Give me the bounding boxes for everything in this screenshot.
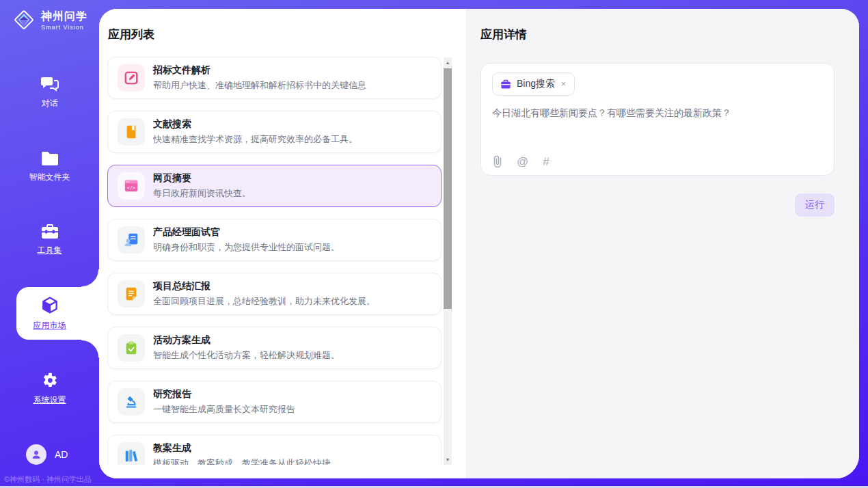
- logo-title: 神州问学: [41, 10, 87, 24]
- app-list-scrollbar[interactable]: ▲ ▼: [444, 57, 452, 465]
- copyright-text: ©神州数码 · 神州问学出品: [4, 474, 92, 485]
- folder-icon: [40, 150, 59, 167]
- sidebar-item-label: 系统设置: [33, 394, 66, 406]
- app-card-title: 教案生成: [153, 442, 331, 455]
- scroll-down-button[interactable]: ▼: [444, 455, 452, 465]
- app-card-description: 每日政府新闻资讯快查。: [153, 187, 251, 200]
- app-card-title: 文献搜索: [153, 118, 357, 131]
- cube-icon: [40, 296, 59, 315]
- sidebar-item-label: 智能文件夹: [29, 172, 70, 183]
- user-account[interactable]: AD: [26, 444, 68, 465]
- app-card-description: 模板驱动，教案秒成，教学准备从此轻松快捷: [153, 457, 331, 465]
- app-card-pm-interviewer[interactable]: 产品经理面试官 明确身份和职责，为您提供专业性的面试问题。: [107, 219, 442, 261]
- query-input-text[interactable]: 今日湖北有哪些新闻要点？有哪些需要关注的最新政策？: [492, 107, 823, 120]
- chip-close-icon[interactable]: ×: [560, 79, 567, 89]
- browser-code-icon: </>: [118, 172, 145, 200]
- gear-icon: [40, 371, 59, 390]
- toolbox-icon: [40, 223, 59, 240]
- app-card-lesson-plan[interactable]: 教案生成 模板驱动，教案秒成，教学准备从此轻松快捷: [107, 435, 442, 465]
- run-button[interactable]: 运行: [795, 193, 835, 217]
- svg-text:</>: </>: [127, 185, 135, 191]
- sidebar-item-toolset[interactable]: 工具集: [0, 223, 99, 256]
- main-panel: 应用列表 招标文件解析 帮助用户快速、准确地理解和解析招标书中的关键信息: [99, 9, 859, 478]
- sidebar: 神州问学 Smart Vision 对话 智能文件夹: [0, 0, 99, 488]
- sidebar-item-label: 工具集: [38, 245, 62, 256]
- hash-tag-icon[interactable]: #: [543, 156, 549, 167]
- briefcase-icon: [500, 79, 511, 90]
- tool-chip-label: Bing搜索: [517, 78, 555, 90]
- app-card-title: 招标文件解析: [153, 64, 366, 77]
- app-list: 招标文件解析 帮助用户快速、准确地理解和解析招标书中的关键信息 文献搜索 快速精…: [107, 57, 442, 465]
- composer-toolbar: @ #: [493, 155, 550, 167]
- app-card-research-report[interactable]: 研究报告 一键智能生成高质量长文本研究报告: [107, 381, 442, 423]
- sidebar-item-chat[interactable]: 对话: [0, 75, 99, 109]
- tool-chip-bing-search[interactable]: Bing搜索 ×: [492, 72, 575, 96]
- app-card-title: 活动方案生成: [153, 334, 340, 347]
- sidebar-item-app-market[interactable]: 应用市场: [0, 296, 99, 331]
- app-card-description: 快速精准查找学术资源，提高研究效率的必备工具。: [153, 133, 357, 146]
- paperclip-icon[interactable]: [493, 155, 502, 167]
- logo-subtitle: Smart Vision: [41, 24, 87, 31]
- app-card-project-summary[interactable]: 项目总结汇报 全面回顾项目进展，总结经验教训，助力未来优化发展。: [107, 273, 442, 315]
- at-mention-icon[interactable]: @: [517, 156, 528, 167]
- app-card-description: 一键智能生成高质量长文本研究报告: [153, 403, 295, 416]
- app-card-event-plan[interactable]: 活动方案生成 智能生成个性化活动方案，轻松解决规划难题。: [107, 327, 442, 369]
- app-card-title: 产品经理面试官: [153, 226, 340, 239]
- app-card-web-summary[interactable]: </> 网页摘要 每日政府新闻资讯快查。: [107, 165, 442, 207]
- sidebar-item-settings[interactable]: 系统设置: [0, 371, 99, 406]
- app-card-description: 明确身份和职责，为您提供专业性的面试问题。: [153, 241, 340, 254]
- app-list-title: 应用列表: [108, 27, 154, 42]
- books-icon: [118, 442, 145, 465]
- scrollbar-thumb[interactable]: [444, 68, 452, 309]
- sidebar-item-smart-folders[interactable]: 智能文件夹: [0, 150, 99, 183]
- logo-diamond-icon: [12, 8, 36, 31]
- sidebar-item-label: 对话: [42, 98, 58, 109]
- app-list-panel: 应用列表 招标文件解析 帮助用户快速、准确地理解和解析招标书中的关键信息: [99, 9, 466, 478]
- note-icon: [118, 280, 145, 308]
- app-card-description: 智能生成个性化活动方案，轻松解决规划难题。: [153, 349, 340, 362]
- avatar: [26, 444, 46, 465]
- app-logo: 神州问学 Smart Vision: [12, 8, 87, 31]
- sidebar-item-label: 应用市场: [33, 320, 66, 331]
- app-card-description: 全面回顾项目进展，总结经验教训，助力未来优化发展。: [153, 295, 375, 308]
- app-card-title: 网页摘要: [153, 172, 251, 185]
- app-card-bid-document-analysis[interactable]: 招标文件解析 帮助用户快速、准确地理解和解析招标书中的关键信息: [107, 57, 442, 99]
- app-card-literature-search[interactable]: 文献搜索 快速精准查找学术资源，提高研究效率的必备工具。: [107, 111, 442, 153]
- pen-square-icon: [118, 64, 145, 92]
- app-detail-title: 应用详情: [480, 27, 835, 42]
- clipboard-check-icon: [118, 334, 145, 362]
- book-icon: [118, 118, 145, 146]
- chat-icon: [40, 75, 59, 93]
- app-card-title: 研究报告: [153, 388, 295, 401]
- user-name: AD: [55, 449, 68, 460]
- app-card-description: 帮助用户快速、准确地理解和解析招标书中的关键信息: [153, 79, 366, 92]
- app-detail-panel: 应用详情 Bing搜索 × 今日湖北有哪些新闻要点？有哪些需要关注的最新政策？: [466, 9, 859, 478]
- prompt-composer[interactable]: Bing搜索 × 今日湖北有哪些新闻要点？有哪些需要关注的最新政策？ @ #: [480, 63, 835, 176]
- microscope-icon: [118, 388, 145, 416]
- app-card-title: 项目总结汇报: [153, 280, 375, 293]
- interviewer-icon: [118, 226, 145, 254]
- scroll-up-button[interactable]: ▲: [444, 57, 452, 68]
